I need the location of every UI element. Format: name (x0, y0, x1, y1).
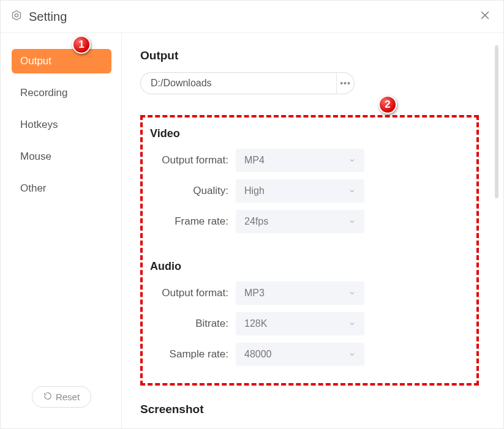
ellipsis-icon: ••• (340, 78, 351, 88)
select-video-output-format[interactable]: MP4 (236, 149, 364, 172)
sidebar-item-output[interactable]: Output (12, 49, 111, 73)
sidebar-item-label: Output (20, 55, 51, 67)
chevron-down-icon (348, 218, 356, 225)
reset-button[interactable]: Reset (32, 386, 91, 408)
field-video-quality: Quality: High (150, 179, 469, 203)
annotation-callout-2: 2 (378, 95, 397, 114)
field-audio-bitrate: Bitrate: 128K (150, 312, 469, 335)
section-title-output: Output (140, 49, 479, 62)
svg-marker-0 (13, 11, 21, 20)
select-value: 128K (244, 318, 267, 329)
chevron-down-icon (348, 187, 356, 195)
select-audio-samplerate[interactable]: 48000 (236, 343, 364, 366)
nav-list: Output Recording Hotkeys Mouse Other (12, 49, 111, 201)
select-video-quality[interactable]: High (236, 179, 364, 203)
svg-point-1 (15, 13, 18, 17)
sidebar: Output Recording Hotkeys Mouse Other Res… (1, 33, 122, 428)
select-value: MP3 (244, 288, 265, 299)
settings-window: Setting Output Recording Hotkeys Mouse O… (0, 0, 504, 429)
select-video-framerate[interactable]: 24fps (236, 210, 364, 233)
select-value: 24fps (244, 216, 268, 227)
section-title-screenshot: Screenshot (140, 403, 479, 416)
chevron-down-icon (348, 320, 356, 327)
field-label: Output format: (150, 154, 236, 166)
sidebar-item-label: Other (20, 182, 47, 194)
field-label: Output format: (150, 287, 236, 299)
window-title: Setting (29, 10, 67, 24)
output-path-row: ••• (140, 72, 479, 94)
close-icon[interactable] (479, 9, 491, 24)
scrollbar[interactable] (495, 45, 498, 198)
chevron-down-icon (348, 157, 356, 164)
annotation-callout-1: 1 (72, 35, 91, 54)
sidebar-item-label: Hotkeys (20, 119, 58, 130)
sidebar-item-label: Recording (20, 87, 68, 99)
reset-icon (43, 392, 52, 402)
header-left: Setting (10, 9, 67, 24)
section-title-audio: Audio (150, 260, 469, 273)
field-label: Frame rate: (150, 215, 236, 228)
chevron-down-icon (348, 289, 356, 297)
field-label: Sample rate: (150, 348, 236, 360)
field-video-output-format: Output format: MP4 (150, 149, 469, 172)
main-panel: Output ••• Video Output format: MP4 (122, 33, 503, 428)
field-audio-output-format: Output format: MP3 (150, 282, 469, 305)
reset-label: Reset (56, 392, 80, 402)
sidebar-item-mouse[interactable]: Mouse (12, 144, 111, 169)
select-value: MP4 (244, 155, 265, 166)
select-audio-bitrate[interactable]: 128K (236, 312, 364, 335)
chevron-down-icon (348, 351, 356, 358)
sidebar-item-other[interactable]: Other (12, 176, 111, 201)
browse-button[interactable]: ••• (336, 72, 355, 94)
annotation-highlight: Video Output format: MP4 Quality: High (140, 115, 479, 386)
select-value: 48000 (244, 349, 272, 360)
sidebar-item-recording[interactable]: Recording (12, 81, 111, 105)
section-title-video: Video (150, 127, 469, 140)
field-video-framerate: Frame rate: 24fps (150, 210, 469, 233)
sidebar-item-hotkeys[interactable]: Hotkeys (12, 113, 111, 137)
output-path-input[interactable] (140, 72, 336, 94)
window-header: Setting (1, 1, 503, 33)
sidebar-item-label: Mouse (20, 151, 51, 162)
field-audio-samplerate: Sample rate: 48000 (150, 343, 469, 366)
field-label: Bitrate: (150, 318, 236, 330)
field-label: Quality: (150, 185, 236, 197)
gear-icon (10, 9, 23, 24)
select-audio-output-format[interactable]: MP3 (236, 282, 364, 305)
select-value: High (244, 185, 265, 196)
